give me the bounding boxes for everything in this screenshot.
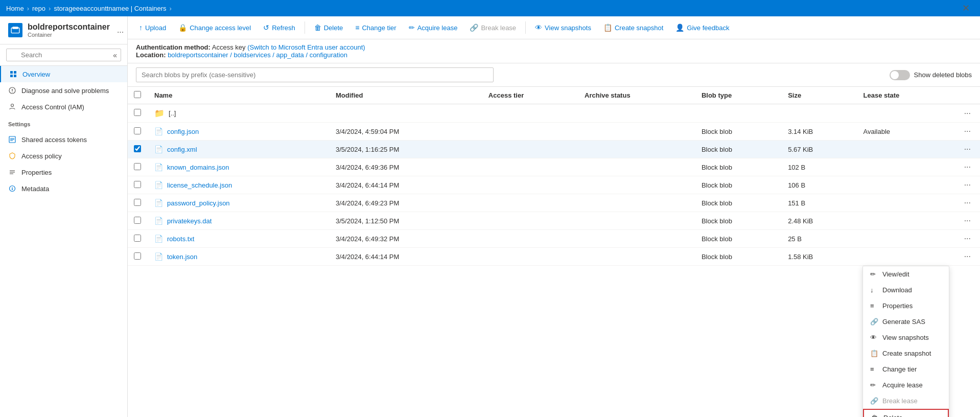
location-label: Location: (136, 51, 166, 59)
dropdown-item-view-snapshots[interactable]: 👁 View snapshots (863, 330, 949, 345)
file-name-with-icon[interactable]: 📄 license_schedule.json (154, 181, 232, 189)
breadcrumb-sep-2: › (49, 5, 51, 12)
collapse-sidebar-button[interactable]: « (113, 51, 117, 59)
breadcrumb-storage[interactable]: storageeeaccounttnamee | Containers (54, 5, 166, 12)
row-checkbox[interactable] (134, 145, 141, 152)
dropdown-item-download[interactable]: ↓ Download (863, 282, 949, 298)
row-name-cell: 📄 password_policy.json (148, 194, 330, 212)
sidebar-item-diagnose[interactable]: Diagnose and solve problems (0, 82, 127, 99)
auth-info: Authentication method: Access key (Switc… (128, 39, 980, 63)
break-lease-menu-icon: 🔗 (870, 397, 878, 405)
row-checkbox-cell (128, 212, 148, 230)
file-name-with-icon[interactable]: 📄 robots.txt (154, 235, 194, 243)
file-name-with-icon[interactable]: 📄 config.json (154, 127, 199, 135)
sidebar-item-properties[interactable]: Properties (0, 164, 127, 180)
auth-method: Access key (212, 43, 247, 51)
svg-rect-5 (14, 75, 16, 77)
dropdown-item-view-edit[interactable]: ✏ View/edit (863, 266, 949, 282)
row-size-cell: 3.14 KiB (782, 123, 857, 141)
breadcrumb-home[interactable]: Home (6, 5, 24, 12)
give-feedback-button[interactable]: 👤 Give feedback (670, 20, 734, 35)
table-row: 📄 privatekeys.dat3/5/2024, 1:12:50 PMBlo… (128, 212, 980, 230)
row-archive-status-cell (578, 230, 695, 248)
row-checkbox-cell (128, 194, 148, 212)
row-more-button[interactable]: ··· (961, 233, 974, 244)
row-checkbox[interactable] (134, 181, 141, 188)
file-doc-icon: 📄 (154, 235, 163, 243)
row-more-button[interactable]: ··· (961, 108, 974, 119)
dropdown-create-snapshot-label: Create snapshot (882, 350, 931, 357)
auth-switch-link[interactable]: (Switch to Microsoft Entra user account) (247, 43, 365, 51)
resource-type: Container (28, 32, 110, 38)
refresh-button[interactable]: ↺ Refresh (258, 20, 300, 35)
change-access-level-label: Change access level (190, 24, 251, 32)
file-name-with-icon[interactable]: 📄 token.json (154, 252, 197, 261)
row-lease-state-cell (857, 141, 955, 158)
diagnose-icon (8, 86, 16, 95)
row-more-button[interactable]: ··· (961, 179, 974, 190)
row-more-button[interactable]: ··· (961, 161, 974, 172)
row-checkbox[interactable] (134, 163, 141, 170)
dropdown-item-properties[interactable]: ≡ Properties (863, 298, 949, 314)
show-deleted-toggle[interactable] (890, 70, 910, 80)
file-name-with-icon[interactable]: 📄 privatekeys.dat (154, 217, 212, 225)
row-more-button[interactable]: ··· (961, 251, 974, 262)
row-lease-state-cell (857, 248, 955, 266)
dropdown-item-break-lease[interactable]: 🔗 Break lease (863, 393, 949, 409)
delete-button[interactable]: 🗑 Delete (309, 20, 348, 35)
folder-icon: 📁 (154, 108, 165, 118)
row-checkbox[interactable] (134, 199, 141, 206)
view-snapshots-button[interactable]: 👁 View snapshots (530, 20, 596, 35)
overview-icon (9, 70, 17, 78)
row-checkbox[interactable] (134, 127, 141, 134)
dropdown-item-generate-sas[interactable]: 🔗 Generate SAS (863, 314, 949, 330)
dropdown-item-delete[interactable]: 🗑 Delete (863, 409, 949, 417)
header-checkbox-col (128, 87, 148, 104)
file-name-with-icon[interactable]: 📄 password_policy.json (154, 199, 230, 207)
content-area: ↑ Upload 🔒 Change access level ↺ Refresh… (128, 16, 980, 417)
view-snapshots-label: View snapshots (545, 24, 591, 32)
create-snapshot-button[interactable]: 📋 Create snapshot (598, 20, 668, 35)
dropdown-item-create-snapshot[interactable]: 📋 Create snapshot (863, 345, 949, 361)
change-access-level-button[interactable]: 🔒 Change access level (173, 20, 256, 35)
blob-search-input[interactable] (136, 67, 494, 82)
dropdown-item-acquire-lease[interactable]: ✏ Acquire lease (863, 377, 949, 393)
select-all-checkbox[interactable] (134, 91, 141, 98)
upload-icon: ↑ (139, 24, 143, 32)
properties-label: Properties (21, 169, 52, 176)
header-access-tier: Access tier (482, 87, 578, 104)
row-checkbox[interactable] (134, 217, 141, 224)
file-name-with-icon[interactable]: 📄 config.xml (154, 145, 197, 153)
row-more-button[interactable]: ··· (961, 215, 974, 226)
row-checkbox-cell (128, 123, 148, 141)
row-more-button[interactable]: ··· (961, 197, 974, 208)
sidebar-item-shared-access-tokens[interactable]: Shared access tokens (0, 131, 127, 148)
row-more-button[interactable]: ··· (961, 126, 974, 136)
sidebar-item-iam[interactable]: Access Control (IAM) (0, 99, 127, 115)
row-more-button[interactable]: ··· (961, 144, 974, 154)
svg-rect-2 (10, 71, 13, 74)
blob-table-wrapper: Name Modified Access tier Archive status… (128, 87, 980, 417)
resource-more-button[interactable]: ... (115, 26, 126, 35)
file-name-with-icon[interactable]: 📁 [..] (154, 108, 176, 118)
dropdown-item-change-tier[interactable]: ≡ Change tier (863, 361, 949, 377)
row-access-tier-cell (482, 104, 578, 123)
row-checkbox[interactable] (134, 235, 141, 242)
change-tier-button[interactable]: ≡ Change tier (350, 20, 401, 35)
resource-icon (8, 23, 22, 37)
break-lease-button[interactable]: 🔗 Break lease (464, 20, 521, 35)
sidebar-item-access-policy[interactable]: Access policy (0, 148, 127, 164)
upload-button[interactable]: ↑ Upload (134, 20, 171, 35)
sidebar-item-overview[interactable]: Overview (0, 66, 127, 82)
acquire-lease-button[interactable]: ✏ Acquire lease (404, 20, 463, 35)
sidebar-item-metadata[interactable]: Metadata (0, 180, 127, 197)
access-policy-label: Access policy (21, 152, 62, 160)
close-button[interactable]: ✕ (958, 1, 974, 16)
breadcrumb-repo[interactable]: repo (32, 5, 45, 12)
change-tier-label: Change tier (362, 24, 396, 32)
row-checkbox[interactable] (134, 109, 141, 116)
dropdown-generate-sas-label: Generate SAS (882, 318, 925, 326)
file-name-with-icon[interactable]: 📄 known_domains.json (154, 163, 229, 171)
row-checkbox[interactable] (134, 252, 141, 260)
sidebar-search-input[interactable] (6, 49, 121, 61)
